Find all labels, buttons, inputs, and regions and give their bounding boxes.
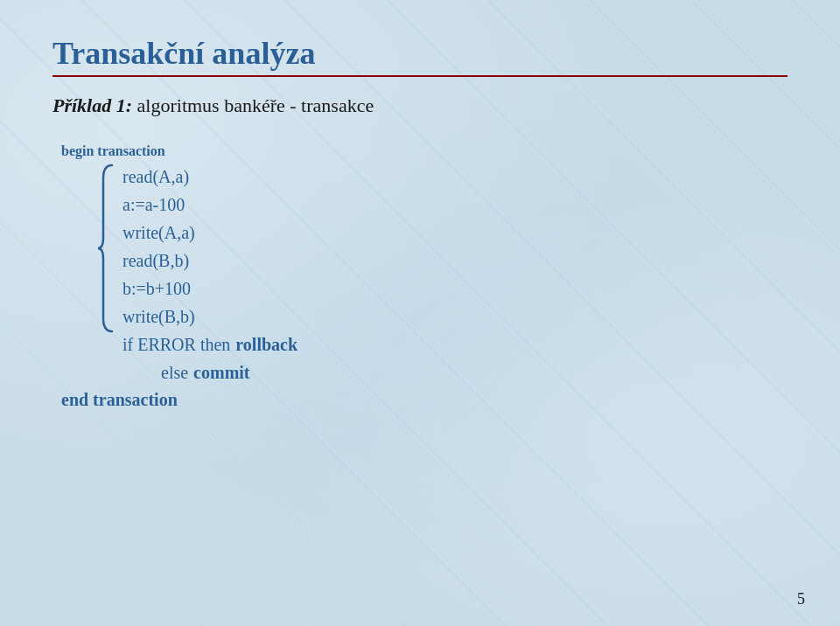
- end-transaction: end transaction: [61, 390, 788, 410]
- code-line-2: a:=a-100: [122, 191, 298, 219]
- left-brace-icon: [96, 161, 116, 336]
- brace-wrapper: [96, 161, 118, 386]
- slide-title: Transakční analýza: [52, 35, 788, 72]
- code-lines: read(A,a) a:=a-100 write(A,a) read(B,b) …: [122, 161, 298, 386]
- else-prefix: else: [161, 358, 188, 386]
- code-line-6: write(B,b): [122, 303, 298, 330]
- code-line-3: write(A,a): [122, 219, 298, 247]
- begin-transaction: begin transaction: [61, 143, 788, 159]
- commit-keyword: commit: [193, 358, 249, 386]
- code-block: begin transaction read(A,a) a:=a-100 wri…: [79, 143, 788, 410]
- title-underline: [52, 75, 788, 77]
- main-content: begin transaction read(A,a) a:=a-100 wri…: [52, 143, 788, 410]
- subtitle-rest: algoritmus bankéře - transakce: [132, 94, 374, 116]
- code-line-4: read(B,b): [122, 247, 298, 275]
- if-prefix: if ERROR then: [122, 330, 230, 358]
- else-row: else commit: [161, 358, 298, 386]
- indent-block: read(A,a) a:=a-100 write(A,a) read(B,b) …: [96, 161, 788, 386]
- subtitle: Příklad 1: algoritmus bankéře - transakc…: [52, 94, 788, 117]
- code-line-1: read(A,a): [122, 163, 298, 191]
- page-number: 5: [797, 590, 805, 609]
- title-section: Transakční analýza: [52, 35, 788, 77]
- code-line-5: b:=b+100: [122, 275, 298, 303]
- rollback-keyword: rollback: [235, 330, 298, 358]
- slide-container: Transakční analýza Příklad 1: algoritmus…: [0, 0, 840, 626]
- subtitle-prefix: Příklad 1:: [52, 94, 132, 116]
- if-row: if ERROR then rollback: [122, 330, 298, 358]
